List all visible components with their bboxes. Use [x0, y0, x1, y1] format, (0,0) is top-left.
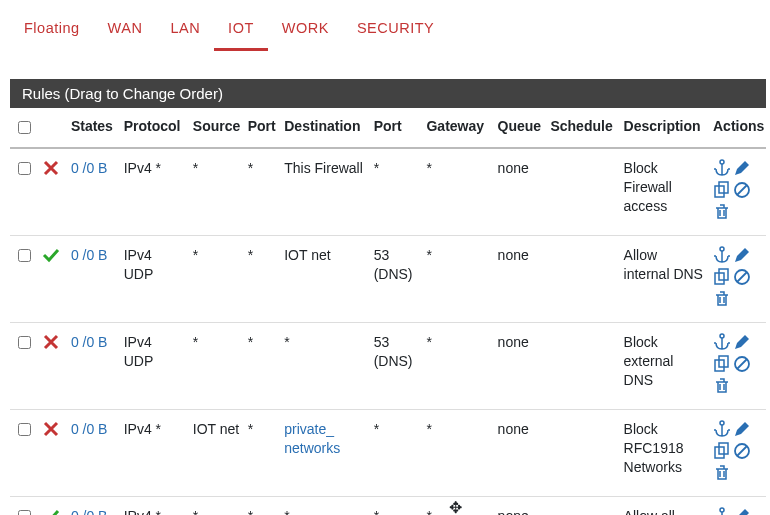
- disable-icon[interactable]: [733, 181, 751, 201]
- port1-cell: *: [244, 410, 281, 497]
- trash-icon[interactable]: [713, 290, 731, 310]
- disable-icon[interactable]: [733, 442, 751, 462]
- description-cell: Allow internal DNS: [620, 236, 709, 323]
- status-cell: [38, 323, 66, 410]
- actions-cell: [709, 497, 766, 516]
- actions-cell: [709, 236, 766, 323]
- trash-icon[interactable]: [713, 464, 731, 484]
- row-checkbox[interactable]: [18, 510, 31, 515]
- source-cell: *: [189, 148, 244, 236]
- row-checkbox[interactable]: [18, 249, 31, 262]
- anchor-icon[interactable]: [713, 159, 731, 179]
- tab-floating[interactable]: Floating: [10, 10, 94, 51]
- schedule-cell: [546, 323, 619, 410]
- queue-cell: none: [494, 410, 547, 497]
- row-checkbox[interactable]: [18, 336, 31, 349]
- disable-icon[interactable]: [733, 268, 751, 288]
- tab-wan[interactable]: WAN: [94, 10, 157, 51]
- port2-cell: *: [370, 148, 423, 236]
- anchor-icon[interactable]: [713, 333, 731, 353]
- copy-icon[interactable]: [713, 181, 731, 201]
- destination-cell: *: [280, 497, 369, 516]
- table-row[interactable]: 0 /0 BIPv4 ******noneAllow all traffic: [10, 497, 766, 516]
- pencil-icon[interactable]: [733, 333, 751, 353]
- destination-cell: This Firewall: [280, 148, 369, 236]
- queue-cell: none: [494, 148, 547, 236]
- states-link[interactable]: 0 /0 B: [71, 334, 108, 350]
- status-cell: [38, 497, 66, 516]
- actions-header: Actions: [709, 108, 766, 148]
- destination-header: Destination: [280, 108, 369, 148]
- x-icon: [42, 338, 60, 354]
- gateway-cell: *: [422, 410, 493, 497]
- description-cell: Block external DNS: [620, 323, 709, 410]
- destination-link[interactable]: private_ networks: [284, 421, 340, 456]
- table-row[interactable]: 0 /0 BIPv4 UDP***53 (DNS)*noneBlock exte…: [10, 323, 766, 410]
- states-link[interactable]: 0 /0 B: [71, 421, 108, 437]
- pencil-icon[interactable]: [733, 246, 751, 266]
- protocol-cell: IPv4 UDP: [120, 236, 189, 323]
- states-cell: 0 /0 B: [67, 410, 120, 497]
- gateway-cell: *: [422, 236, 493, 323]
- table-row[interactable]: 0 /0 BIPv4 *IOT net*private_ networks**n…: [10, 410, 766, 497]
- row-checkbox[interactable]: [18, 162, 31, 175]
- states-link[interactable]: 0 /0 B: [71, 508, 108, 515]
- select-all-checkbox[interactable]: [18, 121, 31, 134]
- move-cursor-icon: ✥: [449, 498, 462, 515]
- states-link[interactable]: 0 /0 B: [71, 160, 108, 176]
- destination-cell: IOT net: [280, 236, 369, 323]
- protocol-header: Protocol: [120, 108, 189, 148]
- port1-header: Port: [244, 108, 281, 148]
- row-checkbox[interactable]: [18, 423, 31, 436]
- description-cell: Allow all traffic: [620, 497, 709, 516]
- x-icon: [42, 425, 60, 441]
- tab-security[interactable]: SECURITY: [343, 10, 448, 51]
- gateway-cell: *: [422, 323, 493, 410]
- states-link[interactable]: 0 /0 B: [71, 247, 108, 263]
- interface-tabs: FloatingWANLANIOTWORKSECURITY: [10, 10, 766, 51]
- x-icon: [42, 164, 60, 180]
- row-checkbox-cell: [10, 148, 38, 236]
- pencil-icon[interactable]: [733, 420, 751, 440]
- status-cell: [38, 148, 66, 236]
- source-cell: *: [189, 323, 244, 410]
- check-icon: [42, 251, 60, 267]
- row-checkbox-cell: [10, 236, 38, 323]
- tab-iot[interactable]: IOT: [214, 10, 268, 51]
- actions-cell: [709, 410, 766, 497]
- schedule-cell: [546, 410, 619, 497]
- copy-icon[interactable]: [713, 442, 731, 462]
- trash-icon[interactable]: [713, 203, 731, 223]
- table-row[interactable]: 0 /0 BIPv4 ***This Firewall**noneBlock F…: [10, 148, 766, 236]
- copy-icon[interactable]: [713, 268, 731, 288]
- anchor-icon[interactable]: [713, 246, 731, 266]
- gateway-cell: *: [422, 148, 493, 236]
- table-row[interactable]: 0 /0 BIPv4 UDP**IOT net53 (DNS)*noneAllo…: [10, 236, 766, 323]
- tab-work[interactable]: WORK: [268, 10, 343, 51]
- port2-cell: 53 (DNS): [370, 323, 423, 410]
- states-cell: 0 /0 B: [67, 236, 120, 323]
- source-header: Source: [189, 108, 244, 148]
- port1-cell: *: [244, 497, 281, 516]
- disable-icon[interactable]: [733, 355, 751, 375]
- status-cell: [38, 236, 66, 323]
- description-cell: Block Firewall access: [620, 148, 709, 236]
- trash-icon[interactable]: [713, 377, 731, 397]
- pencil-icon[interactable]: [733, 507, 751, 515]
- states-cell: 0 /0 B: [67, 497, 120, 516]
- description-header: Description: [620, 108, 709, 148]
- protocol-cell: IPv4 UDP: [120, 323, 189, 410]
- anchor-icon[interactable]: [713, 420, 731, 440]
- port1-cell: *: [244, 323, 281, 410]
- row-checkbox-cell: [10, 410, 38, 497]
- pencil-icon[interactable]: [733, 159, 751, 179]
- states-cell: 0 /0 B: [67, 323, 120, 410]
- copy-icon[interactable]: [713, 355, 731, 375]
- source-cell: *: [189, 236, 244, 323]
- schedule-cell: [546, 236, 619, 323]
- queue-cell: none: [494, 497, 547, 516]
- anchor-icon[interactable]: [713, 507, 731, 515]
- tab-lan[interactable]: LAN: [156, 10, 214, 51]
- source-cell: *: [189, 497, 244, 516]
- states-cell: 0 /0 B: [67, 148, 120, 236]
